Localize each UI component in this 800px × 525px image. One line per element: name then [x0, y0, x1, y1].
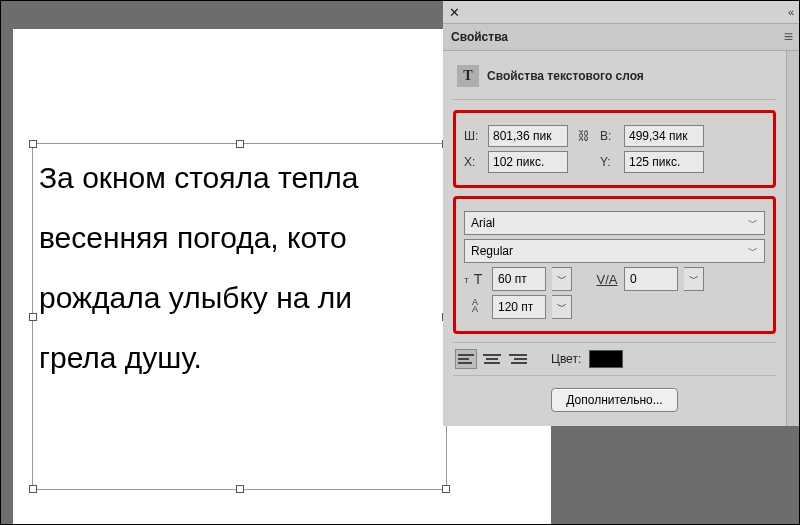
panel-tab-bar: Свойства ≡ [443, 23, 800, 51]
character-section: Arial ﹀ Regular ﹀ T T 60 пт ﹀ V/A 0 [453, 196, 776, 334]
chevron-down-icon: ﹀ [748, 244, 758, 258]
panel-scrollbar[interactable] [786, 51, 800, 426]
width-input[interactable]: 801,36 пик [488, 125, 568, 147]
tracking-input[interactable]: 0 [624, 267, 678, 291]
resize-handle-bottom-left[interactable] [29, 485, 37, 493]
resize-handle-bottom-right[interactable] [442, 485, 450, 493]
x-label: X: [464, 155, 482, 169]
resize-handle-top-left[interactable] [29, 140, 37, 148]
leading-dropdown[interactable]: ﹀ [552, 295, 572, 319]
panel-menu-icon[interactable]: ≡ [784, 28, 792, 46]
font-family-select[interactable]: Arial ﹀ [464, 211, 765, 235]
close-icon[interactable]: ✕ [449, 5, 460, 20]
y-label: Y: [600, 155, 618, 169]
font-size-icon: T T [464, 271, 486, 287]
font-family-value: Arial [471, 216, 495, 230]
resize-handle-bottom-middle[interactable] [236, 485, 244, 493]
height-input[interactable]: 499,34 пик [624, 125, 704, 147]
font-size-input[interactable]: 60 пт [492, 267, 546, 291]
leading-icon: AA [464, 299, 486, 315]
x-input[interactable]: 102 пикс. [488, 151, 568, 173]
y-input[interactable]: 125 пикс. [624, 151, 704, 173]
text-layer-icon: T [457, 65, 479, 87]
properties-panel: ✕ « Свойства ≡ T Свойства текстового сло… [443, 1, 800, 426]
font-style-select[interactable]: Regular ﹀ [464, 239, 765, 263]
link-icon[interactable]: ⛓ [574, 129, 594, 143]
chevron-down-icon: ﹀ [748, 216, 758, 230]
transform-section: Ш: 801,36 пик ⛓ В: 499,34 пик X: 102 пик… [453, 110, 776, 188]
layer-type-header: T Свойства текстового слоя [453, 61, 776, 100]
resize-handle-middle-left[interactable] [29, 313, 37, 321]
height-label: В: [600, 129, 618, 143]
collapse-icon[interactable]: « [788, 6, 794, 18]
tab-properties[interactable]: Свойства [451, 30, 508, 44]
panel-titlebar: ✕ « [443, 1, 800, 23]
tracking-dropdown[interactable]: ﹀ [684, 267, 704, 291]
align-right-button[interactable] [507, 349, 529, 369]
width-label: Ш: [464, 129, 482, 143]
layer-title: Свойства текстового слоя [487, 69, 644, 83]
panel-body: T Свойства текстового слоя Ш: 801,36 пик… [443, 51, 786, 426]
align-left-button[interactable] [455, 349, 477, 369]
advanced-button[interactable]: Дополнительно... [551, 388, 677, 412]
text-color-swatch[interactable] [589, 350, 623, 368]
color-label: Цвет: [551, 352, 581, 366]
tracking-icon: V/A [596, 272, 618, 287]
text-frame[interactable]: За окном стояла тепла весенняя погода, к… [33, 144, 446, 489]
resize-handle-top-middle[interactable] [236, 140, 244, 148]
paragraph-section: Цвет: [453, 342, 776, 376]
align-center-button[interactable] [481, 349, 503, 369]
text-content[interactable]: За окном стояла тепла весенняя погода, к… [33, 144, 446, 392]
font-size-dropdown[interactable]: ﹀ [552, 267, 572, 291]
font-style-value: Regular [471, 244, 513, 258]
leading-input[interactable]: 120 пт [492, 295, 546, 319]
